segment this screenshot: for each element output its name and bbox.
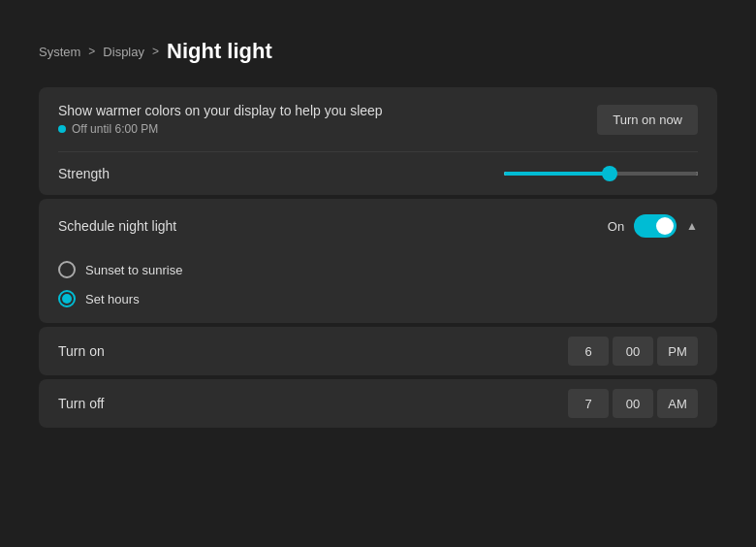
- breadcrumb-display[interactable]: Display: [103, 45, 144, 59]
- status-dot: [58, 125, 66, 133]
- turn-off-label: Turn off: [58, 396, 104, 411]
- radio-sunset[interactable]: Sunset to sunrise: [58, 261, 698, 278]
- turn-on-period[interactable]: PM: [657, 337, 698, 366]
- strength-row: Strength: [39, 152, 717, 195]
- card-header-left: Show warmer colors on your display to he…: [58, 103, 383, 136]
- turn-on-minute[interactable]: 00: [613, 337, 653, 366]
- turn-on-now-button[interactable]: Turn on now: [597, 105, 698, 135]
- card-subtitle: Off until 6:00 PM: [58, 122, 383, 136]
- radio-set-hours-outer: [58, 290, 76, 307]
- radio-sunset-label: Sunset to sunrise: [85, 263, 182, 277]
- turn-on-inputs: 6 00 PM: [568, 337, 698, 366]
- radio-set-hours-label: Set hours: [85, 292, 140, 306]
- schedule-title: Schedule night light: [58, 218, 176, 234]
- turn-off-minute[interactable]: 00: [613, 389, 653, 418]
- schedule-on-label: On: [608, 219, 624, 234]
- strength-slider[interactable]: [504, 172, 698, 176]
- strength-slider-container: [504, 172, 698, 176]
- turn-off-period[interactable]: AM: [657, 389, 698, 418]
- radio-options: Sunset to sunrise Set hours: [39, 253, 717, 323]
- breadcrumb: System > Display > Night light: [39, 39, 717, 64]
- chevron-up-icon[interactable]: ▲: [686, 219, 698, 233]
- radio-set-hours[interactable]: Set hours: [58, 290, 698, 307]
- schedule-header-row: Schedule night light On ▲: [39, 199, 717, 253]
- turn-on-hour[interactable]: 6: [568, 337, 609, 366]
- breadcrumb-sep-1: >: [88, 45, 95, 58]
- radio-sunset-outer: [58, 261, 76, 278]
- schedule-card: Schedule night light On ▲ Sunset to sunr…: [39, 199, 717, 323]
- turn-on-label: Turn on: [58, 343, 105, 359]
- warm-colors-title: Show warmer colors on your display to he…: [58, 103, 383, 118]
- turn-on-row: Turn on 6 00 PM: [39, 327, 717, 375]
- turn-off-hour[interactable]: 7: [568, 389, 609, 418]
- status-text: Off until 6:00 PM: [72, 122, 158, 136]
- turn-off-row: Turn off 7 00 AM: [39, 379, 717, 428]
- toggle-thumb: [656, 217, 674, 235]
- warm-colors-card: Show warmer colors on your display to he…: [39, 87, 717, 195]
- turn-off-inputs: 7 00 AM: [568, 389, 698, 418]
- schedule-toggle[interactable]: [634, 214, 677, 238]
- breadcrumb-night-light: Night light: [167, 39, 272, 64]
- breadcrumb-sep-2: >: [152, 45, 159, 58]
- settings-page: System > Display > Night light Show warm…: [0, 0, 756, 451]
- strength-label: Strength: [58, 166, 110, 181]
- breadcrumb-system[interactable]: System: [39, 45, 80, 59]
- schedule-right: On ▲: [608, 214, 698, 238]
- radio-set-hours-inner: [62, 294, 72, 304]
